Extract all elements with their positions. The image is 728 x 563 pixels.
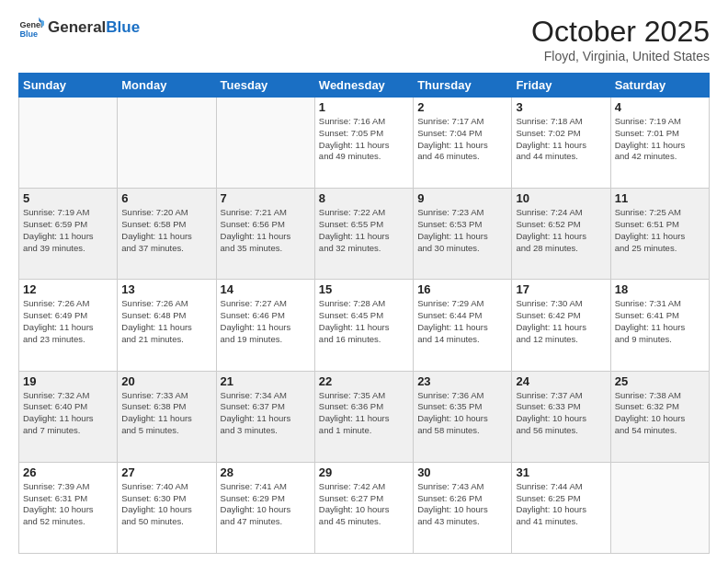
day-info: Sunrise: 7:16 AM Sunset: 7:05 PM Dayligh…	[319, 116, 409, 163]
month-title: October 2025	[531, 15, 710, 49]
calendar-body: 1Sunrise: 7:16 AM Sunset: 7:05 PM Daylig…	[19, 98, 710, 554]
logo: General Blue GeneralBlue	[18, 15, 140, 40]
day-number: 20	[121, 374, 211, 388]
day-number: 22	[319, 374, 409, 388]
day-number: 8	[319, 191, 409, 205]
day-info: Sunrise: 7:17 AM Sunset: 7:04 PM Dayligh…	[417, 116, 507, 163]
day-info: Sunrise: 7:20 AM Sunset: 6:58 PM Dayligh…	[121, 207, 211, 254]
day-number: 29	[319, 465, 409, 479]
calendar-cell-w2-d5: 10Sunrise: 7:24 AM Sunset: 6:52 PM Dayli…	[512, 189, 610, 280]
calendar-cell-w5-d6	[610, 462, 709, 553]
calendar-cell-w3-d6: 18Sunrise: 7:31 AM Sunset: 6:41 PM Dayli…	[610, 280, 709, 371]
col-tuesday: Tuesday	[216, 74, 314, 98]
day-number: 14	[221, 282, 311, 296]
calendar-cell-w5-d4: 30Sunrise: 7:43 AM Sunset: 6:26 PM Dayli…	[414, 462, 512, 553]
day-number: 9	[417, 191, 507, 205]
day-number: 18	[615, 282, 705, 296]
calendar-week-4: 19Sunrise: 7:32 AM Sunset: 6:40 PM Dayli…	[19, 371, 710, 462]
day-number: 7	[221, 191, 311, 205]
calendar-cell-w1-d0	[19, 98, 118, 189]
day-number: 16	[417, 282, 507, 296]
day-number: 6	[121, 191, 211, 205]
calendar-cell-w2-d1: 6Sunrise: 7:20 AM Sunset: 6:58 PM Daylig…	[118, 189, 216, 280]
calendar-table: Sunday Monday Tuesday Wednesday Thursday…	[18, 73, 710, 554]
col-wednesday: Wednesday	[314, 74, 413, 98]
day-number: 4	[615, 100, 705, 114]
header: General Blue GeneralBlue October 2025 Fl…	[18, 15, 710, 63]
day-number: 15	[319, 282, 409, 296]
day-number: 31	[516, 465, 606, 479]
day-info: Sunrise: 7:25 AM Sunset: 6:51 PM Dayligh…	[615, 207, 705, 254]
calendar-week-1: 1Sunrise: 7:16 AM Sunset: 7:05 PM Daylig…	[19, 98, 710, 189]
day-number: 26	[23, 465, 113, 479]
calendar-cell-w3-d1: 13Sunrise: 7:26 AM Sunset: 6:48 PM Dayli…	[118, 280, 216, 371]
day-number: 27	[121, 465, 211, 479]
day-number: 25	[615, 374, 705, 388]
day-info: Sunrise: 7:37 AM Sunset: 6:33 PM Dayligh…	[516, 390, 606, 437]
calendar-cell-w1-d2	[216, 98, 314, 189]
day-info: Sunrise: 7:19 AM Sunset: 6:59 PM Dayligh…	[23, 207, 113, 254]
calendar-cell-w4-d2: 21Sunrise: 7:34 AM Sunset: 6:37 PM Dayli…	[216, 371, 314, 462]
day-number: 23	[417, 374, 507, 388]
day-info: Sunrise: 7:43 AM Sunset: 6:26 PM Dayligh…	[417, 481, 507, 528]
location: Floyd, Virginia, United States	[531, 49, 710, 63]
day-info: Sunrise: 7:29 AM Sunset: 6:44 PM Dayligh…	[417, 298, 507, 345]
day-info: Sunrise: 7:36 AM Sunset: 6:35 PM Dayligh…	[417, 390, 507, 437]
day-info: Sunrise: 7:41 AM Sunset: 6:29 PM Dayligh…	[221, 481, 311, 528]
calendar-cell-w5-d0: 26Sunrise: 7:39 AM Sunset: 6:31 PM Dayli…	[19, 462, 118, 553]
day-info: Sunrise: 7:23 AM Sunset: 6:53 PM Dayligh…	[417, 207, 507, 254]
day-info: Sunrise: 7:26 AM Sunset: 6:49 PM Dayligh…	[23, 298, 113, 345]
calendar-cell-w1-d3: 1Sunrise: 7:16 AM Sunset: 7:05 PM Daylig…	[314, 98, 413, 189]
calendar-cell-w4-d1: 20Sunrise: 7:33 AM Sunset: 6:38 PM Dayli…	[118, 371, 216, 462]
logo-general: General	[48, 18, 106, 36]
calendar-cell-w1-d6: 4Sunrise: 7:19 AM Sunset: 7:01 PM Daylig…	[610, 98, 709, 189]
day-info: Sunrise: 7:33 AM Sunset: 6:38 PM Dayligh…	[121, 390, 211, 437]
day-number: 11	[615, 191, 705, 205]
day-number: 2	[417, 100, 507, 114]
title-block: October 2025 Floyd, Virginia, United Sta…	[531, 15, 710, 63]
logo-blue: Blue	[106, 18, 140, 36]
calendar-cell-w1-d4: 2Sunrise: 7:17 AM Sunset: 7:04 PM Daylig…	[414, 98, 512, 189]
calendar-cell-w4-d0: 19Sunrise: 7:32 AM Sunset: 6:40 PM Dayli…	[19, 371, 118, 462]
col-monday: Monday	[118, 74, 216, 98]
calendar-cell-w4-d6: 25Sunrise: 7:38 AM Sunset: 6:32 PM Dayli…	[610, 371, 709, 462]
day-number: 5	[23, 191, 113, 205]
day-info: Sunrise: 7:21 AM Sunset: 6:56 PM Dayligh…	[221, 207, 311, 254]
day-number: 24	[516, 374, 606, 388]
calendar-cell-w4-d4: 23Sunrise: 7:36 AM Sunset: 6:35 PM Dayli…	[414, 371, 512, 462]
day-info: Sunrise: 7:18 AM Sunset: 7:02 PM Dayligh…	[516, 116, 606, 163]
calendar-cell-w5-d5: 31Sunrise: 7:44 AM Sunset: 6:25 PM Dayli…	[512, 462, 610, 553]
day-number: 10	[516, 191, 606, 205]
calendar-cell-w5-d2: 28Sunrise: 7:41 AM Sunset: 6:29 PM Dayli…	[216, 462, 314, 553]
calendar-cell-w5-d3: 29Sunrise: 7:42 AM Sunset: 6:27 PM Dayli…	[314, 462, 413, 553]
col-saturday: Saturday	[610, 74, 709, 98]
calendar-week-3: 12Sunrise: 7:26 AM Sunset: 6:49 PM Dayli…	[19, 280, 710, 371]
day-info: Sunrise: 7:26 AM Sunset: 6:48 PM Dayligh…	[121, 298, 211, 345]
day-info: Sunrise: 7:39 AM Sunset: 6:31 PM Dayligh…	[23, 481, 113, 528]
svg-text:Blue: Blue	[19, 29, 38, 39]
col-sunday: Sunday	[19, 74, 118, 98]
day-number: 19	[23, 374, 113, 388]
calendar-header-row: Sunday Monday Tuesday Wednesday Thursday…	[19, 74, 710, 98]
day-number: 17	[516, 282, 606, 296]
day-number: 21	[221, 374, 311, 388]
day-info: Sunrise: 7:28 AM Sunset: 6:45 PM Dayligh…	[319, 298, 409, 345]
day-info: Sunrise: 7:42 AM Sunset: 6:27 PM Dayligh…	[319, 481, 409, 528]
calendar-cell-w2-d4: 9Sunrise: 7:23 AM Sunset: 6:53 PM Daylig…	[414, 189, 512, 280]
calendar-cell-w2-d2: 7Sunrise: 7:21 AM Sunset: 6:56 PM Daylig…	[216, 189, 314, 280]
logo-icon: General Blue	[18, 15, 44, 40]
calendar-cell-w1-d1	[118, 98, 216, 189]
calendar-week-2: 5Sunrise: 7:19 AM Sunset: 6:59 PM Daylig…	[19, 189, 710, 280]
calendar-cell-w3-d5: 17Sunrise: 7:30 AM Sunset: 6:42 PM Dayli…	[512, 280, 610, 371]
day-info: Sunrise: 7:32 AM Sunset: 6:40 PM Dayligh…	[23, 390, 113, 437]
day-info: Sunrise: 7:44 AM Sunset: 6:25 PM Dayligh…	[516, 481, 606, 528]
day-info: Sunrise: 7:22 AM Sunset: 6:55 PM Dayligh…	[319, 207, 409, 254]
calendar-cell-w5-d1: 27Sunrise: 7:40 AM Sunset: 6:30 PM Dayli…	[118, 462, 216, 553]
day-info: Sunrise: 7:27 AM Sunset: 6:46 PM Dayligh…	[221, 298, 311, 345]
logo-text: GeneralBlue	[48, 18, 140, 37]
day-number: 3	[516, 100, 606, 114]
page: General Blue GeneralBlue October 2025 Fl…	[0, 0, 728, 563]
calendar-cell-w2-d3: 8Sunrise: 7:22 AM Sunset: 6:55 PM Daylig…	[314, 189, 413, 280]
calendar-week-5: 26Sunrise: 7:39 AM Sunset: 6:31 PM Dayli…	[19, 462, 710, 553]
day-info: Sunrise: 7:24 AM Sunset: 6:52 PM Dayligh…	[516, 207, 606, 254]
